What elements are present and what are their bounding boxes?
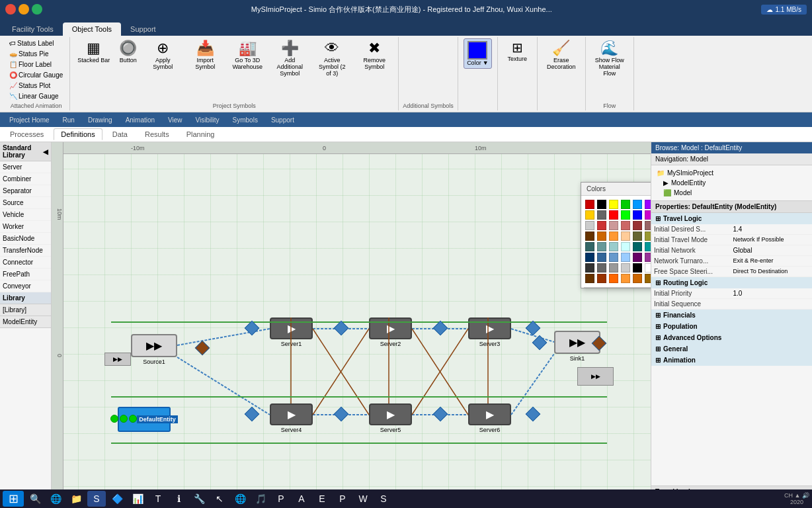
sidebar-collapse-icon[interactable]: ◀ xyxy=(43,148,48,155)
color-swatch-663300[interactable] xyxy=(585,274,594,283)
color-swatch-ff9933[interactable] xyxy=(621,274,630,283)
sidebar-section-library2[interactable]: [Library] xyxy=(0,304,51,316)
color-swatch-993300[interactable] xyxy=(597,274,606,283)
color-swatch-ff6600[interactable] xyxy=(609,274,618,283)
section-financials[interactable]: ⊞ Financials xyxy=(651,310,812,321)
sidebar-scroll[interactable]: Server Combiner Separator Source Vehicle… xyxy=(0,161,51,505)
tab-planning[interactable]: Planning xyxy=(179,128,222,140)
color-swatch-996600[interactable] xyxy=(645,274,651,283)
color-swatch-00cc00[interactable] xyxy=(621,200,630,209)
taskbar-mouse[interactable]: ↖ xyxy=(210,491,229,507)
node-server1[interactable]: ▶ Server1 xyxy=(270,318,313,339)
section-advanced[interactable]: ⊞ Advanced Options xyxy=(651,332,812,343)
color-swatch-ffcc99[interactable] xyxy=(621,232,630,241)
node-server4[interactable]: ▶ Server4 xyxy=(270,403,313,425)
btn-status-pie[interactable]: 🥧 Status Pie xyxy=(7,49,65,59)
diamond-8[interactable] xyxy=(433,407,448,422)
color-swatch-9900ff[interactable] xyxy=(645,200,651,209)
color-swatch-333333[interactable] xyxy=(585,263,594,273)
taskbar-teams[interactable]: T xyxy=(149,491,167,507)
btn-show-flow[interactable]: 🌊 Show Flow Material Flow xyxy=(590,38,629,79)
diamond-1[interactable] xyxy=(245,321,260,336)
nav-support[interactable]: Support xyxy=(267,115,298,125)
btn-goto-3d[interactable]: 🏭 Go To 3D Warehouse xyxy=(227,38,267,73)
color-swatch-cc6600[interactable] xyxy=(597,232,606,241)
taskbar-files[interactable]: 📁 xyxy=(67,491,85,507)
taskbar-app5[interactable]: W xyxy=(354,491,372,507)
node-server6[interactable]: ▶ Server6 xyxy=(468,403,511,425)
color-swatch-ff0000[interactable] xyxy=(609,210,618,220)
node-server3[interactable]: ▶ Server3 xyxy=(468,318,511,339)
sidebar-item-freepath[interactable]: FreePath xyxy=(0,269,51,280)
tree-item-project[interactable]: 📁 MySImioProject xyxy=(654,168,809,178)
color-swatch-ffcc00[interactable] xyxy=(585,210,594,220)
color-swatch-006666[interactable] xyxy=(633,242,642,251)
sidebar-item-worker[interactable]: Worker xyxy=(0,221,51,233)
window-controls[interactable] xyxy=(5,4,42,15)
color-swatch-cc00cc[interactable] xyxy=(645,210,651,220)
btn-stacked-bar[interactable]: ▦ Stacked Bar xyxy=(74,38,113,66)
color-swatch-999999[interactable] xyxy=(609,263,618,273)
sidebar-item-conveyor[interactable]: Conveyor xyxy=(0,280,51,292)
taskbar-app1[interactable]: P xyxy=(272,491,290,507)
btn-erase-decoration[interactable]: 🧹 Erase Decoration xyxy=(542,38,581,73)
diamond-3[interactable] xyxy=(433,321,448,336)
btn-add-additional[interactable]: ➕ Add Additional Symbol xyxy=(270,38,309,79)
sidebar-item-combiner[interactable]: Combiner xyxy=(0,173,51,185)
color-swatch-000000[interactable] xyxy=(633,263,642,273)
color-swatch-663300[interactable] xyxy=(585,232,594,241)
canvas-area[interactable]: -10m 0 10m 10m 0 ▶▶ Source1 ▶ Server1 ▶ xyxy=(52,142,651,505)
tab-object-tools[interactable]: Object Tools xyxy=(63,22,121,36)
color-swatch-0000ff[interactable] xyxy=(633,210,642,220)
color-swatch-cc6666[interactable] xyxy=(621,221,630,230)
color-swatch-ffff00[interactable] xyxy=(609,200,618,209)
color-swatch-ffffff[interactable] xyxy=(645,263,651,273)
taskbar-vs[interactable]: 🔷 xyxy=(108,491,126,507)
nav-symbols[interactable]: Symbols xyxy=(229,115,262,125)
diamond-5[interactable] xyxy=(532,335,548,351)
color-swatch-999933[interactable] xyxy=(645,232,651,241)
color-swatch-6699cc[interactable] xyxy=(609,253,618,262)
taskbar-cortana[interactable]: 🌐 xyxy=(46,491,65,507)
sidebar-item-connector[interactable]: Connector xyxy=(0,257,51,269)
color-swatch-996666[interactable] xyxy=(645,221,651,230)
node-defaultentity[interactable]: DefaultEntity xyxy=(118,407,171,432)
sidebar-section-modelentity[interactable]: ModelEntity xyxy=(0,316,51,328)
nav-drawing[interactable]: Drawing xyxy=(84,115,116,125)
canvas[interactable]: -10m 0 10m 10m 0 ▶▶ Source1 ▶ Server1 ▶ xyxy=(52,142,651,505)
taskbar-app6[interactable]: S xyxy=(374,491,393,507)
node-small-left[interactable]: ▶▶ xyxy=(104,353,131,366)
btn-remove-symbol[interactable]: ✖ Remove Symbol xyxy=(354,38,394,73)
taskbar-app4[interactable]: P xyxy=(333,491,352,507)
taskbar-simio[interactable]: S xyxy=(87,491,106,507)
diamond-10[interactable] xyxy=(195,341,210,356)
color-swatch-99ccff[interactable] xyxy=(621,253,630,262)
tree-item-modelentity[interactable]: ▶ ModelEntity xyxy=(654,178,809,188)
color-swatch-009999[interactable] xyxy=(645,242,651,251)
color-swatch-cc3333[interactable] xyxy=(597,221,606,230)
sidebar-item-vehicle[interactable]: Vehicle xyxy=(0,209,51,221)
color-swatch-cc9999[interactable] xyxy=(609,221,618,230)
btn-active-symbol[interactable]: 👁 Active Symbol (2 of 3) xyxy=(312,38,352,79)
minimize-btn[interactable] xyxy=(19,4,29,15)
taskbar-start[interactable]: ⊞ xyxy=(3,491,24,507)
color-swatch-336666[interactable] xyxy=(585,242,594,251)
color-swatch-003366[interactable] xyxy=(585,253,594,262)
taskbar-app2[interactable]: A xyxy=(292,491,311,507)
diamond-2[interactable] xyxy=(334,321,349,336)
sidebar-item-source[interactable]: Source xyxy=(0,197,51,209)
color-swatch-cc0000[interactable] xyxy=(585,200,594,209)
btn-color[interactable]: Color ▼ xyxy=(464,38,491,69)
color-swatch-cccccc[interactable] xyxy=(585,221,594,230)
taskbar-help[interactable]: ℹ xyxy=(169,491,188,507)
btn-import-symbol[interactable]: 📥 Import Symbol xyxy=(185,38,225,73)
color-swatch-660066[interactable] xyxy=(633,253,642,262)
color-swatch-cccccc[interactable] xyxy=(621,263,630,273)
btn-circular-gauge[interactable]: ⭕ Circular Gauge xyxy=(7,70,65,80)
properties-panel[interactable]: ⊞ Travel Logic Initial Desired S... 1.4 … xyxy=(651,213,812,486)
diamond-6[interactable] xyxy=(245,407,260,422)
sidebar-section-library[interactable]: Library xyxy=(0,292,51,304)
tab-definitions[interactable]: Definitions xyxy=(54,128,102,140)
diamond-4[interactable] xyxy=(526,321,541,336)
color-swatch-666666[interactable] xyxy=(597,263,606,273)
